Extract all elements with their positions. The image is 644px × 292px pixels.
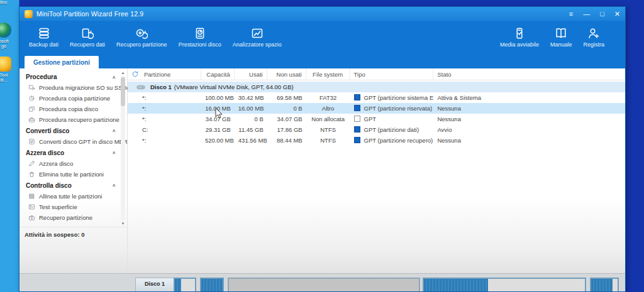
cell-tipo: GPT (partizione recupero) [350, 137, 434, 144]
maximize-icon[interactable]: □ [600, 11, 604, 18]
partition-row[interactable]: *:520.00 MB431.56 MB88.44 MBNTFSGPT (par… [128, 135, 625, 146]
sidebar-item-label: Test superficie [39, 203, 77, 210]
sidebar-item-label: Elimina tutte le partizioni [39, 171, 104, 178]
disk-map-label[interactable]: Disco 1 [135, 278, 174, 291]
toolbar-button-analizzatore-spazio[interactable]: Analizzatore spazio [227, 25, 287, 50]
scroll-up-icon[interactable]: ▲ [121, 70, 125, 75]
toolbar-button-label: Analizzatore spazio [233, 41, 282, 48]
partition-type-label: GPT (partizione recupero) [364, 137, 433, 144]
column-header-label: Capacità [206, 71, 230, 78]
tab-gestione-partizioni[interactable]: Gestione partizioni [25, 56, 99, 68]
copy-partition-icon [28, 95, 35, 102]
column-header-tipo[interactable]: Tipo [350, 68, 434, 80]
content-area: Procedura∧Proedura migrazione SO su SSD/… [19, 68, 625, 291]
desktop-icon-edge[interactable]: osoft ge [0, 23, 16, 50]
column-header-label: Non usati [277, 71, 302, 78]
sidebar-item[interactable]: Procedura copia disco [19, 104, 127, 114]
disk-map-segment-recovery-partition[interactable] [590, 278, 619, 291]
disk-benchmark-icon [194, 27, 206, 40]
sidebar-item[interactable]: Procedura recupero partizione [19, 114, 127, 125]
sidebar-item-label: Procedura copia partizione [39, 95, 110, 102]
partition-recovery2-icon [28, 214, 35, 221]
sidebar-section-title: Azzera disco [26, 149, 64, 156]
titlebar[interactable]: MiniTool Partition Wizard Free 12.9 ≡ — … [19, 7, 625, 21]
desktop-icon-label: osoft ge [0, 39, 16, 50]
sidebar-item[interactable]: Allinea tutte le partizioni [19, 191, 127, 202]
tab-row: Gestione partizioni [19, 54, 625, 68]
column-header-file-system[interactable]: File system [306, 68, 350, 80]
cell-tipo: GPT (partizione sistema EFI) [350, 94, 434, 101]
disk-map-panel: Disco 1 [19, 273, 625, 291]
sidebar-section-controlla-disco[interactable]: Controlla disco∧ [19, 180, 127, 191]
disk-map-segment-efi-system-partition[interactable] [174, 278, 196, 291]
desktop-icon-label: Tool iti... [0, 73, 16, 84]
toolbar-button-registra[interactable]: Registra [577, 25, 610, 50]
scroll-down-icon[interactable]: ▼ [121, 221, 125, 226]
cell-stato: Nessuna [433, 137, 625, 144]
toolbar-button-backup-dati[interactable]: Backup dati [23, 25, 64, 50]
column-header-capacità[interactable]: Capacità [201, 68, 235, 80]
cell-non-usati: 0 B [267, 105, 306, 112]
partition-row[interactable]: *:34.07 GB0 B34.07 GBNon allocataGPTNess… [128, 114, 625, 124]
toolbar-button-prestazioni-disco[interactable]: Prestazioni disco [173, 25, 227, 50]
partition-type-icon [354, 116, 360, 122]
toolbar-button-recupero-partizione[interactable]: Recupero partizione [111, 25, 173, 50]
close-icon[interactable]: ✕ [614, 11, 620, 18]
disk-map-used-fill [201, 279, 223, 291]
column-header-label: Stato [437, 71, 451, 78]
column-header-stato[interactable]: Stato [433, 68, 625, 80]
chevron-up-icon: ∧ [112, 129, 116, 133]
disk-header-row[interactable]: Disco 1(VMware Virtual NVMe Disk, GPT, 6… [128, 82, 625, 92]
refresh-icon[interactable] [131, 70, 139, 78]
disk-map-segment-c-drive-partition[interactable] [423, 278, 586, 291]
bootable-media-icon [513, 27, 526, 40]
cell-tipo: GPT [350, 116, 434, 122]
register-icon [587, 27, 600, 40]
cell-tipo: GPT (partizione dati) [350, 126, 434, 133]
toolbar-button-manuale[interactable]: Manuale [545, 25, 578, 50]
app-window: MiniTool Partition Wizard Free 12.9 ≡ — … [19, 6, 626, 292]
column-header-usati[interactable]: Usati [235, 68, 267, 80]
scrollbar-track[interactable] [121, 76, 125, 220]
sidebar-section-procedura[interactable]: Procedura∧ [19, 71, 127, 82]
partition-row[interactable]: *:100.00 MB30.42 MB69.58 MBFAT32GPT (par… [128, 92, 625, 103]
partition-row[interactable]: C:29.31 GB11.45 GB17.86 GBNTFSGPT (parti… [128, 124, 625, 135]
sidebar: Procedura∧Proedura migrazione SO su SSD/… [19, 68, 128, 291]
disk-map-used-fill [591, 279, 613, 291]
sidebar-item[interactable]: Procedura copia partizione [19, 93, 127, 104]
cell-non-usati: 69.58 MB [267, 94, 306, 101]
sidebar-scrollbar[interactable]: ▲ ▼ [119, 70, 126, 226]
convert-disk-icon [28, 138, 35, 145]
sidebar-item[interactable]: Azzera disco [19, 158, 127, 169]
sidebar-item[interactable]: Elimina tutte le partizioni [19, 169, 127, 180]
toolbar-left-group: Backup datiRecupero datiRecupero partizi… [23, 25, 287, 50]
sidebar-item[interactable]: Proedura migrazione SO su SSD/HD [19, 82, 127, 93]
desktop-icon-minitool[interactable]: Tool iti... [0, 57, 16, 84]
disk-map-segment-reserved-partition[interactable] [200, 278, 224, 291]
cell-non-usati: 88.44 MB [267, 137, 306, 144]
partition-row[interactable]: *:16.00 MB16.00 MB0 BAltroGPT (partizion… [128, 103, 625, 114]
desktop-icon-label-fragment: tino [0, 0, 7, 4]
column-header-partizione[interactable]: Partizione [128, 68, 201, 80]
sidebar-item[interactable]: Converti disco GPT in disco MBR [19, 136, 127, 147]
scrollbar-thumb[interactable] [121, 77, 125, 106]
sidebar-section-converti-disco[interactable]: Converti disco∧ [19, 125, 127, 136]
disk-map-segment-unallocated-space[interactable] [228, 278, 420, 291]
delete-partitions-icon [28, 171, 35, 178]
sidebar-item[interactable]: Test superficie [19, 202, 127, 212]
sidebar-item[interactable]: Recupero partizione [19, 212, 127, 223]
minimize-icon[interactable]: — [583, 11, 590, 18]
toolbar-button-media-avviabile[interactable]: Media avviabile [494, 25, 545, 50]
column-header-non-usati[interactable]: Non usati [267, 68, 306, 80]
table-body: *:100.00 MB30.42 MB69.58 MBFAT32GPT (par… [128, 92, 625, 146]
disk-name: Disco 1 [150, 84, 172, 90]
chevron-up-icon: ∧ [112, 151, 116, 155]
cell-partizione: C: [128, 126, 201, 133]
sidebar-section-azzera-disco[interactable]: Azzera disco∧ [19, 147, 127, 158]
refresh-icon [131, 70, 139, 78]
toolbar-button-recupero-dati[interactable]: Recupero dati [64, 25, 111, 50]
menu-icon[interactable]: ≡ [569, 11, 573, 18]
cell-capacità: 34.07 GB [201, 116, 235, 122]
cell-tipo: GPT (partizione riservata) [350, 105, 434, 112]
cell-partizione: *: [128, 105, 201, 112]
